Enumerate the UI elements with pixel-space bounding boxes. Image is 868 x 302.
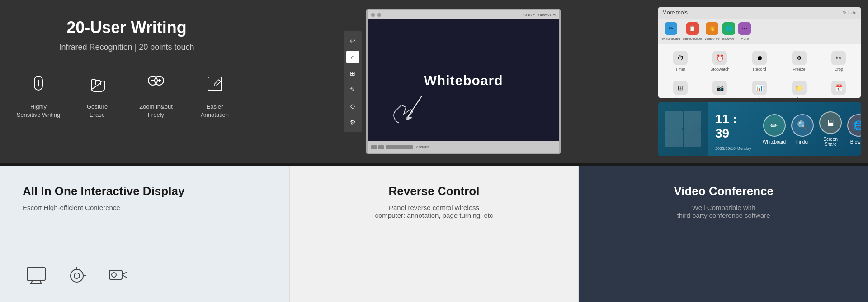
svg-line-19 — [122, 275, 127, 278]
stopwatch-label: Stopwatch — [710, 67, 729, 72]
svg-line-7 — [408, 96, 422, 116]
mini-cell-2 — [684, 111, 701, 129]
app-browser-label: Browser — [722, 37, 736, 41]
tool-freeze[interactable]: ❄ Freeze — [780, 48, 818, 74]
timer-label: Timer — [675, 67, 685, 72]
edit-button[interactable]: ✎ Edit — [843, 10, 857, 16]
tool-splitscreen[interactable]: ⊞ Split screen — [661, 78, 699, 98]
launcher-finder-icon: 🔍 — [791, 114, 814, 137]
camera-icon: 📷 — [712, 81, 727, 95]
launcher-date: 2023/09/19 Monday — [708, 146, 758, 151]
app-more[interactable]: ⋯ More — [738, 22, 751, 41]
home-icon[interactable]: ⌂ — [346, 51, 359, 63]
launcher-browser[interactable]: 🌐 Browser — [847, 114, 861, 144]
display-icon — [23, 264, 50, 287]
tool-calendar[interactable]: 📅 Calendar — [820, 78, 858, 98]
launcher-apps: ✏ Whiteboard 🔍 Finder 🖥 Screen Share 🌐 B… — [758, 107, 861, 151]
section-divider — [0, 163, 868, 166]
projector-device-icon — [104, 264, 131, 287]
grid-icon[interactable]: ⊞ — [346, 67, 359, 80]
camera-display-icon — [63, 264, 90, 287]
feature-zoom-label: Zoom in&outFreely — [139, 103, 173, 119]
tool-pollkit[interactable]: 📊 PollKit — [741, 78, 778, 98]
left-panel: 20-User Writing Infrared Recognition | 2… — [0, 0, 253, 163]
display-title: All In One Interactive Display — [23, 184, 266, 198]
tool-record[interactable]: ⏺ Record — [741, 48, 778, 74]
stopwatch-icon: ⏰ — [712, 51, 727, 65]
monitor-icon — [23, 264, 50, 287]
calendar-icon: 📅 — [831, 81, 846, 95]
tool-camera[interactable]: 📷 Camera — [701, 78, 739, 98]
launcher-left — [658, 102, 708, 156]
launcher-finder[interactable]: 🔍 Finder — [791, 114, 814, 144]
shapes-icon[interactable]: ◇ — [346, 100, 359, 112]
right-panel: More tools ✎ Edit ✏ WhiteBoard 📋 Introdu… — [651, 0, 868, 163]
freeze-label: Freeze — [793, 67, 806, 72]
center-panel: ↩ ⌂ ⊞ ✎ ◇ ⚙ CODE: Y4WWCH Whiteboard — [253, 0, 651, 163]
record-label: Record — [753, 67, 766, 72]
reverse-title: Reverse Control — [389, 184, 480, 198]
app-icons-row: ✏ WhiteBoard 📋 Introduction 👋 Welcome 🌐 … — [658, 19, 861, 44]
launcher-time-section: 11 : 39 2023/09/19 Monday — [708, 107, 758, 151]
back-icon[interactable]: ↩ — [346, 34, 359, 47]
subtitle: Infrared Recognition | 20 points touch — [59, 43, 194, 52]
wb-code: CODE: Y4WWCH — [523, 13, 556, 17]
feature-zoom: Zoom in&outFreely — [133, 70, 179, 119]
pen-icon[interactable]: ✎ — [346, 83, 359, 96]
feature-annotation-label: EasierAnnotation — [201, 103, 229, 119]
app-welcome[interactable]: 👋 Welcome — [705, 22, 720, 41]
display-subtitle: Escort High-efficient Conference — [23, 204, 266, 211]
tool-timer[interactable]: ⏱ Timer — [661, 48, 699, 74]
svg-point-14 — [74, 273, 80, 278]
pollkit-label: PollKit — [754, 97, 765, 98]
main-title: 20-User Writing — [66, 18, 186, 37]
svg-line-10 — [31, 280, 33, 284]
launcher-screenshare-icon: 🖥 — [819, 111, 842, 134]
launcher-browser-label: Browser — [850, 139, 861, 144]
wb-btn-3 — [386, 145, 413, 149]
feature-touch-label: HighlySensitive Writing — [17, 103, 61, 119]
launcher-window: 11 : 39 2023/09/19 Monday ✏ Whiteboard 🔍… — [658, 102, 861, 156]
wb-dot-2 — [377, 13, 381, 17]
wb-dot — [371, 13, 375, 17]
bottom-panel-video: Video Conference Well Compatible withthi… — [579, 166, 868, 302]
app-browser[interactable]: 🌐 Browser — [722, 22, 736, 41]
zoom-icon — [142, 70, 170, 97]
tools-title: More tools — [662, 10, 688, 16]
app-welcome-label: Welcome — [705, 37, 720, 41]
wb-brand: oscurus — [416, 145, 429, 149]
record-icon: ⏺ — [752, 51, 767, 65]
mini-calendar — [665, 111, 701, 147]
mini-cell-1 — [665, 111, 683, 129]
svg-point-20 — [112, 273, 116, 277]
launcher-screenshare[interactable]: 🖥 Screen Share — [819, 111, 842, 147]
app-introduction[interactable]: 📋 Introduction — [683, 22, 702, 41]
launcher-finder-label: Finder — [796, 139, 809, 144]
feature-gesture: GestureErase — [75, 70, 120, 119]
filetransfer-icon: 📁 — [792, 81, 807, 95]
app-whiteboard[interactable]: ✏ WhiteBoard — [661, 22, 680, 41]
tools-window-header: More tools ✎ Edit — [658, 7, 861, 19]
tool-crop[interactable]: ✂ Crop — [820, 48, 858, 74]
pollkit-icon: 📊 — [752, 81, 767, 95]
tool-filetransfer[interactable]: 📁 Fast File Tran... — [780, 78, 818, 98]
svg-rect-9 — [27, 268, 45, 280]
mini-cell-3 — [665, 129, 683, 147]
crop-icon: ✂ — [831, 51, 846, 65]
video-title: Video Conference — [674, 184, 774, 198]
feature-gesture-label: GestureErase — [87, 103, 108, 119]
splitscreen-label: Split screen — [670, 97, 691, 98]
display-icons — [23, 264, 266, 287]
svg-line-18 — [122, 272, 127, 275]
tools-window: More tools ✎ Edit ✏ WhiteBoard 📋 Introdu… — [658, 7, 861, 98]
tool-stopwatch[interactable]: ⏰ Stopwatch — [701, 48, 739, 74]
bottom-panel-reverse: Reverse Control Panel reverse control wi… — [289, 166, 579, 302]
bottom-panel-display: All In One Interactive Display Escort Hi… — [0, 166, 289, 302]
crop-label: Crop — [834, 67, 843, 72]
settings-icon[interactable]: ⚙ — [346, 116, 359, 129]
timer-icon: ⏱ — [673, 51, 688, 65]
video-subtitle: Well Compatible withthird party conferen… — [677, 204, 770, 219]
wb-btn-1 — [371, 145, 377, 149]
launcher-whiteboard[interactable]: ✏ Whiteboard — [763, 114, 786, 144]
splitscreen-icon: ⊞ — [673, 81, 688, 95]
